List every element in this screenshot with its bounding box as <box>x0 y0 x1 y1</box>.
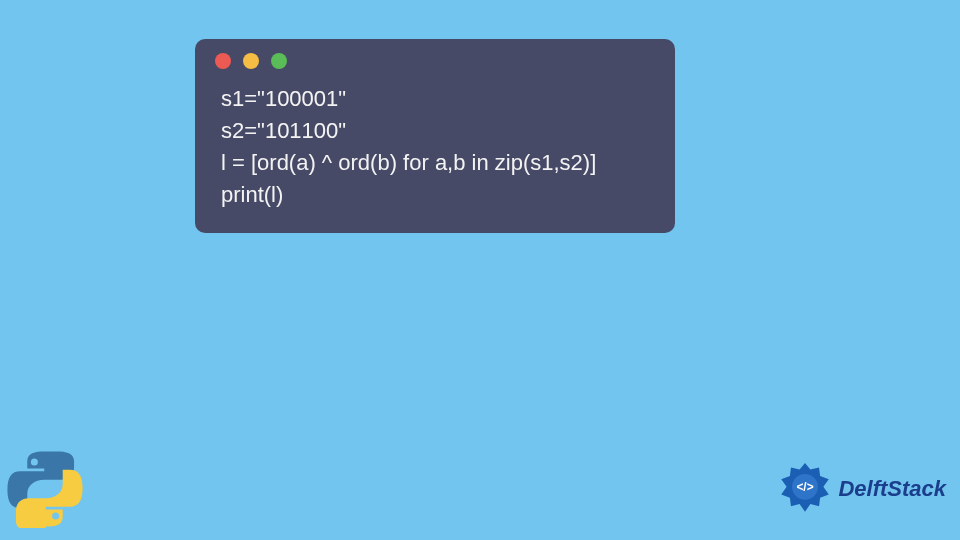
svg-text:</>: </> <box>797 480 814 494</box>
code-window: s1="100001" s2="101100" l = [ord(a) ^ or… <box>195 39 675 233</box>
python-logo-icon <box>6 450 84 528</box>
delftstack-logo: </> DelftStack <box>778 462 946 516</box>
code-block: s1="100001" s2="101100" l = [ord(a) ^ or… <box>195 79 675 211</box>
delftstack-badge-icon: </> <box>778 462 832 516</box>
window-titlebar <box>195 39 675 79</box>
code-line: s2="101100" <box>221 118 346 143</box>
minimize-icon[interactable] <box>243 53 259 69</box>
close-icon[interactable] <box>215 53 231 69</box>
maximize-icon[interactable] <box>271 53 287 69</box>
code-line: print(l) <box>221 182 283 207</box>
code-line: l = [ord(a) ^ ord(b) for a,b in zip(s1,s… <box>221 150 596 175</box>
code-line: s1="100001" <box>221 86 346 111</box>
brand-name: DelftStack <box>838 476 946 502</box>
